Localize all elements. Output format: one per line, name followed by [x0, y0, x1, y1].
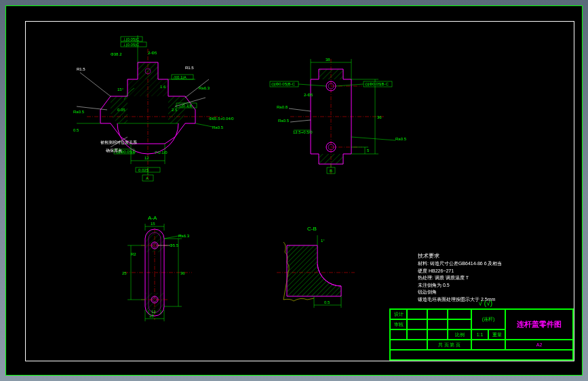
svg-rect-24	[136, 167, 160, 172]
svg-rect-43	[364, 81, 392, 87]
dim-right-6: 36	[377, 115, 382, 119]
right-view: ◎|Φ0.05|B-C ◎|Φ0.05|B-C 38 36 5 Ra0.5	[270, 58, 407, 174]
svg-line-55	[290, 120, 311, 122]
dim-main-12: 15°	[117, 87, 124, 92]
dim-right-5: Ra0.5	[395, 137, 407, 141]
dim-main-2: Φ65.5+0.04/0	[209, 117, 234, 121]
tech-line-1: 材料: 铸造尺寸公差GB6414-86 6 及相当	[418, 260, 540, 268]
dim-right-1: 38	[326, 58, 330, 62]
svg-line-44	[336, 84, 364, 86]
svg-point-65	[153, 243, 157, 247]
tech-line-3: 热处理: 调质 调质温度 T	[418, 275, 540, 282]
dim-aa-1: Φ5.5	[170, 243, 179, 247]
svg-point-35	[326, 81, 336, 91]
gd-frame-2: ⊥|0.05|C	[123, 43, 140, 47]
svg-text:7-0.1/0: 7-0.1/0	[155, 151, 168, 155]
dim-right-7: 5	[367, 148, 370, 153]
svg-point-36	[328, 83, 334, 89]
tb-c4: 比例	[448, 329, 471, 340]
svg-rect-6	[121, 42, 146, 47]
surface-finish-symbol: √ (√)	[479, 300, 492, 307]
svg-point-4	[145, 68, 151, 74]
tb-a2	[407, 309, 427, 319]
svg-text:0.05: 0.05	[117, 108, 125, 112]
drawing-outer-frame: ⊥|0.05|C ⊥|0.05|C Φ38.2 //|0.1|A Ra6.3 R…	[5, 5, 583, 376]
svg-line-21	[111, 137, 128, 147]
svg-line-53	[351, 137, 395, 140]
svg-point-64	[151, 296, 158, 303]
svg-rect-39	[319, 69, 343, 79]
tb-main-title: 连杆盖零件图	[505, 309, 573, 340]
svg-line-72	[164, 235, 182, 239]
dim-main-3: R1.5	[77, 67, 85, 71]
dim-cb-1: 1°	[321, 239, 325, 243]
svg-line-15	[77, 106, 107, 110]
tb-subtitle: (连杆)	[471, 309, 505, 329]
svg-rect-58	[327, 167, 335, 174]
tech-line-2: 硬度 HB226~271	[418, 268, 540, 275]
dim-main-8: Ra0.5	[212, 125, 224, 129]
dim-main-9: 0.5	[73, 128, 79, 132]
svg-text:C-B: C-B	[307, 226, 317, 232]
dim-main-6: Ra6.3	[199, 86, 210, 90]
dim-right-4: Ra0.5	[278, 119, 290, 123]
dim-main-10: 2.5	[172, 108, 178, 112]
label-main-1: 被检测相对位置关系	[100, 140, 137, 144]
svg-point-37	[326, 142, 336, 152]
svg-text:⊥|0.1|B: ⊥|0.1|B	[178, 104, 192, 108]
datum-a: A	[146, 176, 149, 180]
svg-rect-22	[142, 175, 153, 181]
section-aa-view: A-A 15 Ra6.3	[122, 215, 192, 321]
svg-text:A-A: A-A	[148, 215, 157, 221]
svg-rect-41	[270, 81, 298, 87]
dim-right-3: Ra0.8	[277, 105, 288, 109]
dim-main-4: R1.5	[185, 66, 194, 70]
tech-line-5: 锐边倒角	[418, 289, 540, 296]
tech-requirements: 技术要求 材料: 铸造尺寸公差GB6414-86 6 及相当 硬度 HB226~…	[418, 252, 540, 303]
svg-rect-29	[176, 103, 197, 108]
svg-line-11	[175, 98, 205, 106]
dim-aa-8: 36	[180, 271, 185, 275]
dim-main-7: Ra0.5	[73, 110, 85, 114]
dim-aa-7: R2	[131, 252, 136, 256]
svg-text:2-Φ5: 2-Φ5	[148, 51, 157, 55]
svg-line-14	[80, 73, 111, 96]
gd-frame-1: ⊥|0.05|C	[123, 37, 140, 41]
gd-right-1: ◎|Φ0.05|B-C	[271, 82, 296, 86]
gd-frame-5: ◎|Φ0.05|D	[116, 150, 136, 154]
svg-point-38	[328, 144, 334, 150]
svg-rect-40	[319, 154, 343, 164]
tb-c5: 重量	[488, 329, 505, 340]
tb-a3	[427, 309, 448, 319]
gd-frame-3: //|0.1|A	[174, 75, 187, 79]
label-main-2: 确保原点	[105, 148, 122, 153]
svg-text:0.025: 0.025	[138, 168, 149, 172]
tech-title: 技术要求	[418, 252, 540, 260]
svg-line-54	[289, 108, 311, 111]
tb-scale: 1:1	[471, 329, 488, 340]
dim-aa-5: 25	[122, 271, 127, 275]
dim-aa-2: Ra6.3	[178, 234, 190, 238]
svg-line-10	[185, 79, 209, 98]
svg-point-66	[153, 298, 157, 302]
svg-line-42	[298, 84, 326, 86]
tb-b1: 审核	[390, 319, 407, 329]
svg-rect-20	[114, 149, 134, 154]
dim-aa-3: 15	[151, 222, 155, 226]
main-view: ⊥|0.05|C ⊥|0.05|C Φ38.2 //|0.1|A Ra6.3 R…	[73, 35, 234, 181]
svg-rect-5	[121, 37, 142, 41]
tb-d5: 共 页 第 页	[427, 340, 471, 350]
dim-aa-6: 12	[151, 310, 156, 314]
tech-line-4: 未注倒角为 0.5	[418, 282, 540, 289]
svg-point-63	[151, 242, 158, 249]
svg-text:2-Φ5: 2-Φ5	[304, 93, 313, 97]
dim-aa-4: 18	[149, 314, 154, 318]
dim-cb-2: 0.5	[324, 300, 330, 304]
datum-b: B	[330, 169, 332, 173]
tb-number: A2	[505, 340, 573, 350]
section-cb-view: C-B 1° 0.5	[277, 226, 355, 308]
title-block: 设计 (连杆) 连杆盖零件图 审核 比例 1:1 重量 共 页 第 页 A2	[389, 308, 574, 361]
dim-main-5: 1.6	[160, 85, 166, 89]
dim-main-13: 12	[144, 156, 149, 160]
drawing-inner-frame: ⊥|0.05|C ⊥|0.05|C Φ38.2 //|0.1|A Ra6.3 R…	[25, 21, 574, 361]
